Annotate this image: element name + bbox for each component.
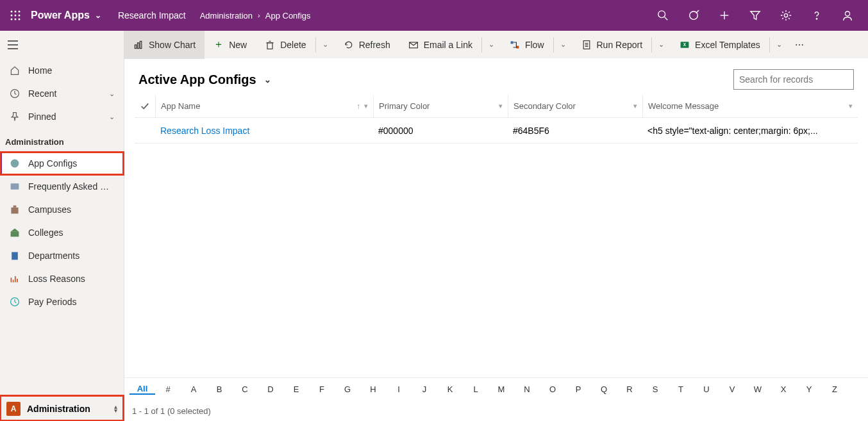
filter-icon[interactable]: ▾ [499, 102, 503, 110]
search-records-box[interactable] [733, 69, 854, 90]
cmd-excel-templates[interactable]: XExcel Templates [671, 31, 769, 59]
user-icon[interactable] [832, 0, 863, 31]
sidebar-item-app-configs[interactable]: App Configs [0, 152, 124, 175]
alpha-#[interactable]: # [155, 384, 181, 394]
alpha-b[interactable]: B [206, 384, 232, 394]
sidebar-item-pinned[interactable]: Pinned⌄ [0, 105, 124, 128]
alpha-d[interactable]: D [258, 384, 283, 394]
view-title[interactable]: Active App Configs ⌄ [138, 72, 271, 87]
alpha-j[interactable]: J [412, 384, 437, 394]
cmd-email-a-link-dropdown[interactable]: ⌄ [482, 31, 501, 59]
table-row[interactable]: Research Loss Impact#000000#64B5F6<h5 st… [135, 118, 858, 144]
plus-icon[interactable] [709, 0, 740, 31]
sidebar-item-departments[interactable]: Departments [0, 244, 124, 267]
alpha-u[interactable]: U [694, 384, 719, 394]
cmd-refresh[interactable]: Refresh [335, 31, 399, 59]
alpha-all[interactable]: All [129, 384, 155, 395]
environment-name[interactable]: Research Impact [118, 10, 186, 21]
filter-icon[interactable]: ▾ [633, 102, 637, 110]
alpha-m[interactable]: M [488, 384, 514, 394]
cmd-excel-templates-dropdown[interactable]: ⌄ [770, 31, 789, 59]
sidebar-item-campuses[interactable]: Campuses [0, 198, 124, 221]
sidebar-item-recent[interactable]: Recent⌄ [0, 82, 124, 105]
svg-rect-25 [11, 208, 18, 214]
cmd-overflow[interactable]: ⋯ [789, 31, 812, 59]
grid-header: App Name ↑▾ Primary Color ▾ Secondary Co… [135, 95, 858, 118]
sidebar-item-label: Recent [28, 88, 101, 99]
svg-rect-37 [140, 41, 141, 48]
alpha-r[interactable]: R [617, 384, 642, 394]
alpha-g[interactable]: G [335, 384, 360, 394]
alpha-z[interactable]: Z [822, 384, 847, 394]
sidebar-item-loss-reasons[interactable]: Loss Reasons [0, 267, 124, 290]
breadcrumb-item[interactable]: Administration [200, 11, 253, 21]
filter-icon[interactable] [740, 0, 771, 31]
gear-icon[interactable] [771, 0, 801, 31]
target-icon[interactable] [678, 0, 709, 31]
chevron-down-icon: ⌄ [264, 75, 271, 85]
sidebar-item-home[interactable]: Home [0, 59, 124, 82]
alpha-e[interactable]: E [283, 384, 309, 394]
svg-marker-15 [751, 12, 760, 20]
alpha-t[interactable]: T [668, 384, 694, 394]
alpha-v[interactable]: V [719, 384, 745, 394]
alpha-w[interactable]: W [745, 384, 771, 394]
column-header-secondary[interactable]: Secondary Color ▾ [508, 95, 642, 117]
search-icon[interactable] [647, 0, 678, 31]
filter-icon[interactable]: ▾ [364, 102, 368, 111]
alpha-c[interactable]: C [232, 384, 258, 394]
app-title[interactable]: Power Apps ⌄ [26, 10, 106, 21]
chevron-down-icon: ⌄ [776, 40, 782, 49]
svg-rect-24 [11, 183, 19, 190]
sort-asc-icon[interactable]: ↑ [356, 102, 360, 111]
row-link-appname[interactable]: Research Loss Impact [160, 126, 249, 136]
hamburger-icon[interactable] [0, 31, 124, 59]
alpha-q[interactable]: Q [591, 384, 617, 394]
cmd-email-a-link[interactable]: Email a Link [399, 31, 481, 59]
help-icon[interactable] [801, 0, 832, 31]
select-all-checkbox[interactable] [135, 95, 155, 117]
alpha-x[interactable]: X [771, 384, 796, 394]
search-input[interactable] [739, 74, 851, 85]
data-grid: App Name ↑▾ Primary Color ▾ Secondary Co… [124, 95, 868, 377]
alpha-y[interactable]: Y [796, 384, 822, 394]
column-label: Welcome Message [648, 101, 719, 111]
cmd-flow-dropdown[interactable]: ⌄ [554, 31, 572, 59]
cmd-new[interactable]: ＋New [204, 31, 256, 59]
content-area: Show Chart＋NewDelete⌄RefreshEmail a Link… [124, 31, 868, 421]
chevron-down-icon: ⌄ [560, 40, 566, 49]
cell-welcome: <h5 style="text-align: center;margin: 6p… [642, 118, 858, 143]
cmd-run-report-dropdown[interactable]: ⌄ [652, 31, 671, 59]
area-switcher[interactable]: A Administration ▴▾ [0, 395, 124, 421]
filter-icon[interactable]: ▾ [849, 102, 853, 110]
alpha-i[interactable]: I [386, 384, 412, 394]
cmd-flow[interactable]: Flow [501, 31, 553, 59]
sidebar-item-label: Pay Periods [28, 297, 115, 307]
sidebar-item-colleges[interactable]: Colleges [0, 221, 124, 244]
alpha-s[interactable]: S [642, 384, 668, 394]
alpha-a[interactable]: A [181, 384, 206, 394]
alpha-p[interactable]: P [565, 384, 591, 394]
alpha-h[interactable]: H [360, 384, 386, 394]
cmd-delete-dropdown[interactable]: ⌄ [316, 31, 335, 59]
cmd-delete[interactable]: Delete [256, 31, 315, 59]
alpha-l[interactable]: L [463, 384, 488, 394]
column-header-appname[interactable]: App Name ↑▾ [155, 95, 373, 117]
cmd-show-chart[interactable]: Show Chart [124, 31, 204, 59]
alpha-k[interactable]: K [437, 384, 463, 394]
sidebar-item-frequently-asked-qu-[interactable]: Frequently Asked Qu... [0, 175, 124, 198]
svg-text:X: X [683, 42, 687, 47]
sidebar-item-pay-periods[interactable]: Pay Periods [0, 290, 124, 313]
row-checkbox[interactable] [135, 118, 155, 143]
alpha-f[interactable]: F [309, 384, 335, 394]
alpha-index-bar: All#ABCDEFGHIJKLMNOPQRSTUVWXYZ [124, 377, 868, 400]
plus-icon: ＋ [213, 40, 224, 50]
alpha-o[interactable]: O [540, 384, 565, 394]
cmd-run-report[interactable]: Run Report [572, 31, 652, 59]
column-header-primary[interactable]: Primary Color ▾ [373, 95, 508, 117]
svg-point-7 [15, 19, 17, 21]
column-header-welcome[interactable]: Welcome Message ▾ [642, 95, 858, 117]
app-launcher-icon[interactable] [5, 0, 26, 31]
alpha-n[interactable]: N [514, 384, 540, 394]
breadcrumb-item[interactable]: App Configs [265, 11, 311, 21]
